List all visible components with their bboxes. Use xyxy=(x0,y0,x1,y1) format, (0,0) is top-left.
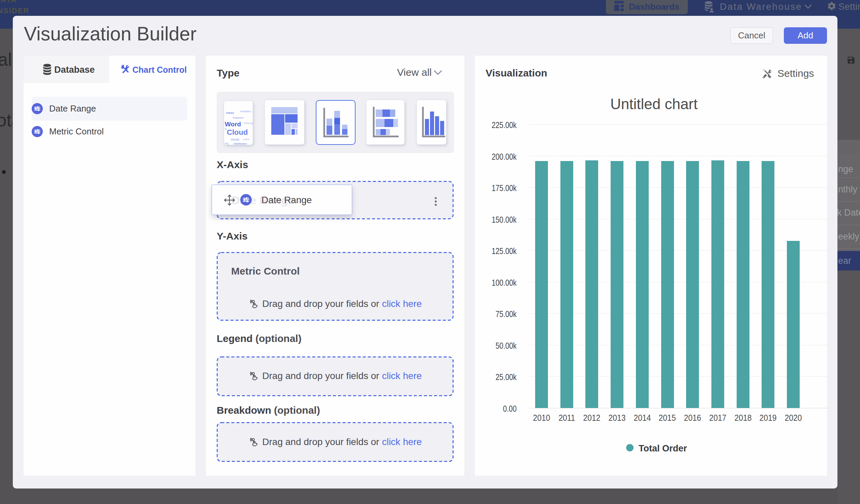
svg-text:iness: iness xyxy=(226,111,234,115)
svg-text:Cloud: Cloud xyxy=(227,128,248,136)
svg-text:Word: Word xyxy=(225,120,241,128)
svg-text:Distribution: Distribution xyxy=(233,142,247,145)
svg-text:Keyword: Keyword xyxy=(233,116,243,119)
svg-text:comm: comm xyxy=(243,138,249,141)
svg-text:Analytics: Analytics xyxy=(240,110,251,113)
svg-text:Social: Social xyxy=(231,138,239,141)
svg-text:Planning: Planning xyxy=(244,122,253,125)
svg-text:ing: ing xyxy=(225,142,228,145)
svg-text:al: al xyxy=(225,128,227,130)
